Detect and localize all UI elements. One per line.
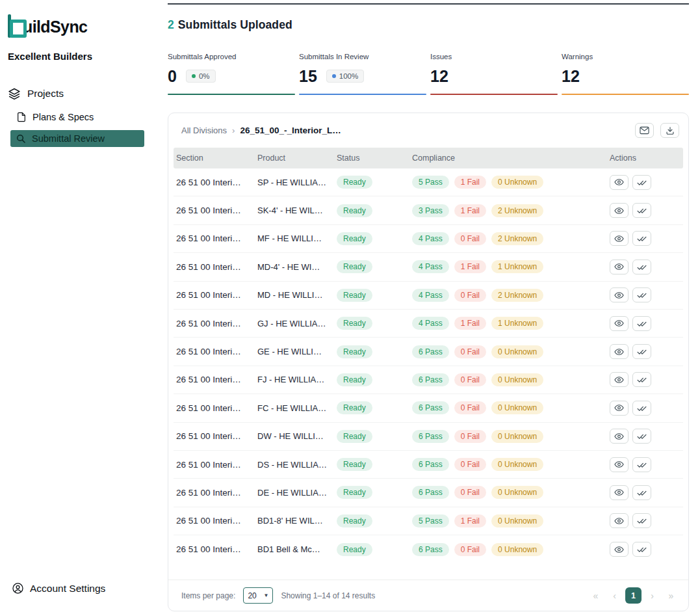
logo[interactable]: uildSync xyxy=(0,7,151,38)
double-check-icon xyxy=(637,235,647,242)
unknown-badge: 1 Unknown xyxy=(491,317,543,330)
approve-button[interactable] xyxy=(632,485,651,500)
product-cell: SK-4' - HE WIL… xyxy=(257,206,337,215)
approve-button[interactable] xyxy=(632,401,651,416)
stat-label: Warnings xyxy=(562,53,689,60)
section-cell: 26 51 00 Interi… xyxy=(176,262,257,272)
pass-badge: 6 Pass xyxy=(412,430,449,443)
table-row: 26 51 00 Interi… DE - HE WILLIA… Ready 6… xyxy=(174,479,683,507)
stat-value: 15 xyxy=(299,67,317,86)
stat-underline xyxy=(430,94,558,95)
sidebar-item-submittal-review[interactable]: Submittal Review xyxy=(10,130,144,147)
sidebar-item-account-settings[interactable]: Account Settings xyxy=(0,577,151,600)
sidebar-item-projects[interactable]: Projects xyxy=(0,81,151,106)
breadcrumb-root[interactable]: All Divisions xyxy=(181,126,227,135)
section-cell: 26 51 00 Interi… xyxy=(176,488,257,498)
approve-button[interactable] xyxy=(632,429,651,444)
search-icon xyxy=(16,133,26,144)
section-cell: 26 51 00 Interi… xyxy=(176,431,257,441)
status-dot-icon xyxy=(332,74,336,78)
pagination-last-button[interactable]: » xyxy=(663,587,679,604)
fail-badge: 0 Fail xyxy=(454,373,486,386)
product-cell: MD-4' - HE WI… xyxy=(257,262,337,272)
view-button[interactable] xyxy=(610,260,629,274)
main-content: 2Submittals Uploaded Submittals Approved… xyxy=(151,0,700,614)
fail-badge: 0 Fail xyxy=(454,430,486,443)
approve-button[interactable] xyxy=(632,542,651,557)
status-badge: Ready xyxy=(337,430,372,443)
product-cell: GE - HE WILLI… xyxy=(257,347,337,356)
table-row: 26 51 00 Interi… DW - HE WILLI… Ready 6 … xyxy=(174,423,683,451)
approve-button[interactable] xyxy=(632,287,651,302)
approve-button[interactable] xyxy=(632,175,651,190)
pagination-first-button[interactable]: « xyxy=(588,587,604,604)
section-cell: 26 51 00 Interi… xyxy=(176,516,257,526)
view-button[interactable] xyxy=(610,231,629,246)
view-button[interactable] xyxy=(610,457,629,472)
unknown-badge: 1 Unknown xyxy=(491,260,543,273)
download-button[interactable] xyxy=(660,123,679,138)
app-root: uildSync Excellent Builders Projects Pla… xyxy=(0,0,700,614)
approve-button[interactable] xyxy=(632,513,651,528)
view-button[interactable] xyxy=(610,429,629,444)
double-check-icon xyxy=(637,376,647,383)
stat-percent-badge: 0% xyxy=(186,70,216,83)
double-check-icon xyxy=(637,348,647,355)
unknown-badge: 0 Unknown xyxy=(491,345,543,358)
company-name: Excellent Builders xyxy=(0,38,151,62)
view-button[interactable] xyxy=(610,316,629,331)
section-cell: 26 51 00 Interi… xyxy=(176,234,257,243)
items-per-page-select[interactable]: 20 ▼ xyxy=(243,587,273,604)
pass-badge: 5 Pass xyxy=(412,514,449,527)
table-row: 26 51 00 Interi… DS - HE WILLIA… Ready 6… xyxy=(174,451,683,479)
product-cell: GJ - HE WILLIA… xyxy=(257,319,337,328)
pagination-page-1-button[interactable]: 1 xyxy=(625,587,642,604)
view-button[interactable] xyxy=(610,203,629,218)
approve-button[interactable] xyxy=(632,316,651,331)
double-check-icon xyxy=(637,489,647,496)
stat-label: Issues xyxy=(430,53,558,60)
unknown-badge: 0 Unknown xyxy=(491,401,543,414)
view-button[interactable] xyxy=(610,175,629,190)
pass-badge: 4 Pass xyxy=(412,289,449,302)
stat-label: Submittals Approved xyxy=(168,53,295,60)
approve-button[interactable] xyxy=(632,372,651,387)
stat-value: 12 xyxy=(430,67,448,86)
eye-icon xyxy=(614,291,624,299)
fail-badge: 1 Fail xyxy=(454,317,486,330)
table-row: 26 51 00 Interi… MD-4' - HE WI… Ready 4 … xyxy=(174,253,683,281)
email-button[interactable] xyxy=(635,123,654,138)
section-cell: 26 51 00 Interi… xyxy=(176,403,257,413)
view-button[interactable] xyxy=(610,401,629,416)
sidebar-item-plans-specs[interactable]: Plans & Specs xyxy=(0,106,151,128)
view-button[interactable] xyxy=(610,344,629,359)
approve-button[interactable] xyxy=(632,457,651,472)
eye-icon xyxy=(614,319,624,327)
stats-row: Submittals Approved 0 0% Submittals In R… xyxy=(168,53,689,95)
eye-icon xyxy=(614,348,624,356)
double-check-icon xyxy=(637,263,647,271)
account-settings-label: Account Settings xyxy=(30,583,105,594)
table-row: 26 51 00 Interi… GJ - HE WILLIA… Ready 4… xyxy=(174,310,683,338)
unknown-badge: 0 Unknown xyxy=(491,430,543,443)
sidebar: uildSync Excellent Builders Projects Pla… xyxy=(0,0,151,614)
view-button[interactable] xyxy=(610,485,629,500)
approve-button[interactable] xyxy=(632,344,651,359)
column-header-actions: Actions xyxy=(610,154,681,163)
section-cell: 26 51 00 Interi… xyxy=(176,347,257,356)
envelope-icon xyxy=(640,126,649,135)
approve-button[interactable] xyxy=(632,260,651,274)
view-button[interactable] xyxy=(610,542,629,557)
product-cell: MF - HE WILLI… xyxy=(257,234,337,243)
view-button[interactable] xyxy=(610,372,629,387)
view-button[interactable] xyxy=(610,287,629,302)
pagination-next-button[interactable]: › xyxy=(644,587,660,604)
pass-badge: 6 Pass xyxy=(412,401,449,414)
approve-button[interactable] xyxy=(632,231,651,246)
section-cell: 26 51 00 Interi… xyxy=(176,375,257,384)
approve-button[interactable] xyxy=(632,203,651,218)
items-per-page-label: Items per page: xyxy=(181,591,235,600)
status-dot-icon xyxy=(192,74,196,78)
view-button[interactable] xyxy=(610,513,629,528)
pagination-prev-button[interactable]: ‹ xyxy=(606,587,623,604)
